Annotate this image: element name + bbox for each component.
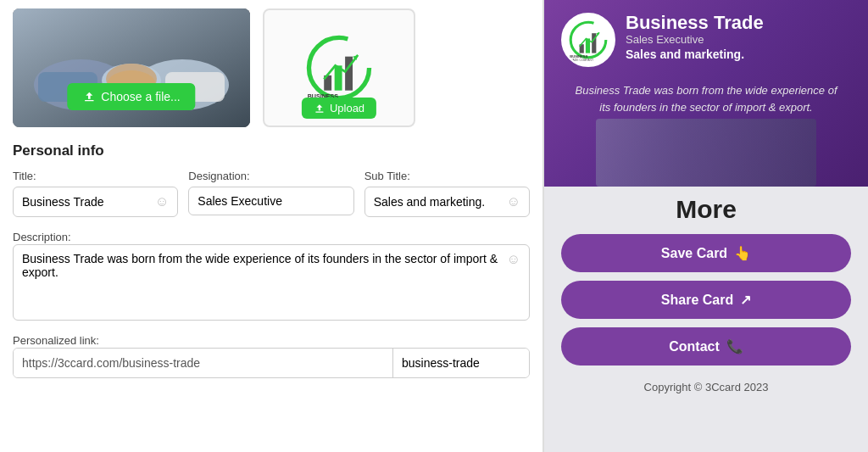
upload-row: Choose a file... BUSINESS [13,8,530,127]
personalized-link-row: https://3ccard.com/business-trade [13,348,530,378]
contact-button[interactable]: Contact 📞 [561,327,851,366]
svg-text:BUSINESS: BUSINESS [570,54,587,59]
card-copyright: Copyright © 3Ccard 2023 [644,381,769,393]
logo-preview: BUSINESS TRADE COMPANY [297,32,381,104]
card-top-section: BUSINESS TRADE COMPANY Business Trade Sa… [544,0,868,187]
contact-label: Contact [669,339,720,354]
upload-label: Upload [330,102,364,114]
title-emoji-icon: ☺ [155,194,169,209]
description-input[interactable] [22,252,507,311]
card-designation: Sales Executive [626,33,764,46]
desc-emoji-icon: ☺ [507,252,520,267]
handshake-illustration [596,119,816,187]
designation-label: Designation: [188,170,353,182]
logo-svg: BUSINESS TRADE COMPANY [301,34,377,102]
title-input-wrap[interactable]: ☺ [13,187,178,217]
svg-rect-8 [85,100,94,101]
svg-text:TRADE COMPANY: TRADE COMPANY [569,59,594,61]
personalized-link-label: Personalized link: [13,334,99,347]
choose-file-label: Choose a file... [101,90,180,103]
personalized-link-group: Personalized link: https://3ccard.com/bu… [13,332,530,378]
card-business-name: Business Trade [626,13,764,33]
personalized-link-base: https://3ccard.com/business-trade [14,349,393,377]
personalized-link-slug[interactable] [393,349,529,377]
subtitle-group: Sub Title: ☺ [364,170,530,217]
save-card-label: Save Card [661,246,727,261]
subtitle-input-wrap[interactable]: ☺ [364,187,530,217]
save-card-button[interactable]: Save Card 👆 [561,234,851,272]
title-group: Title: ☺ [13,170,178,217]
background-upload-box: Choose a file... [13,8,250,127]
designation-group: Designation: [188,170,353,217]
save-card-icon: 👆 [734,245,751,261]
designation-input[interactable] [198,194,344,208]
share-card-icon: ↗ [740,292,751,308]
card-description: Business Trade was born from the wide ex… [561,82,851,115]
title-label: Title: [13,170,178,182]
card-title-block: Business Trade Sales Executive Sales and… [626,13,764,61]
logo-upload-box: BUSINESS TRADE COMPANY Upload [263,8,415,127]
description-group: Description: ☺ [13,229,530,321]
contact-icon: 📞 [726,338,743,354]
subtitle-emoji-icon: ☺ [507,194,520,209]
left-panel: Choose a file... BUSINESS [0,0,542,452]
upload-logo-icon [314,103,326,114]
personal-info-title: Personal info [13,142,530,159]
card-header-row: BUSINESS TRADE COMPANY Business Trade Sa… [561,13,851,67]
card-more-section: More Save Card 👆 Share Card ↗ Contact 📞 … [544,187,868,402]
designation-input-wrap[interactable] [188,187,353,215]
title-designation-row: Title: ☺ Designation: Sub Title: ☺ [13,170,530,217]
card-logo-svg: BUSINESS TRADE COMPANY [566,19,610,61]
card-logo-circle: BUSINESS TRADE COMPANY [561,13,615,67]
share-card-label: Share Card [661,293,733,308]
svg-rect-16 [315,111,323,112]
description-textarea-wrap[interactable]: ☺ [13,244,530,321]
subtitle-input[interactable] [374,195,507,209]
right-panel: BUSINESS TRADE COMPANY Business Trade Sa… [544,0,868,452]
title-input[interactable] [22,195,155,209]
card-preview: BUSINESS TRADE COMPANY Business Trade Sa… [544,0,868,402]
upload-icon [82,90,96,103]
description-label: Description: [13,231,71,243]
share-card-button[interactable]: Share Card ↗ [561,281,851,319]
choose-file-button[interactable]: Choose a file... [67,83,195,110]
subtitle-label: Sub Title: [364,170,530,182]
card-subtitle: Sales and marketing. [626,47,764,61]
more-title: More [676,195,737,224]
upload-logo-button[interactable]: Upload [302,98,376,119]
